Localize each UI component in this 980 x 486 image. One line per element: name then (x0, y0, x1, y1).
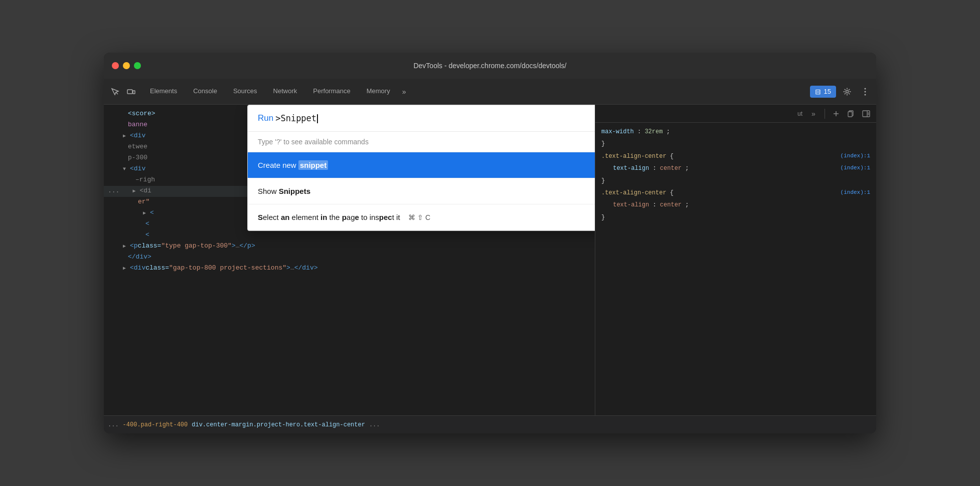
palette-item-show-snippets[interactable]: Show Snippets Sources (248, 178, 595, 204)
status-dots-right: ... (369, 421, 380, 428)
settings-icon[interactable] (840, 85, 854, 99)
status-dots-left: ... (108, 421, 119, 428)
css-rule-text-align-prop2: text-align : center ; (601, 200, 870, 210)
css-rule-text-align-center2: (index):1 .text-align-center { (601, 188, 870, 198)
right-toolbar-divider (825, 109, 825, 119)
devtools-window: DevTools - developer.chrome.com/docs/dev… (104, 53, 876, 433)
svg-line-0 (116, 92, 118, 94)
svg-point-3 (846, 90, 849, 93)
window-title: DevTools - developer.chrome.com/docs/dev… (413, 62, 566, 70)
toolbar-left-icons (108, 85, 138, 99)
toolbar-right: ⊟ 15 (810, 85, 872, 99)
title-bar: DevTools - developer.chrome.com/docs/dev… (104, 53, 876, 79)
css-rule-brace3: } (601, 212, 870, 222)
traffic-lights (112, 62, 141, 69)
palette-input[interactable]: >Snippet (275, 113, 318, 123)
code-line-div-gap: ▶ <div class= "gap-top-800 project-secti… (104, 263, 595, 274)
minimize-button[interactable] (123, 62, 130, 69)
close-button[interactable] (112, 62, 119, 69)
breadcrumb-item-2[interactable]: div.center-margin.project-hero.text-alig… (192, 421, 365, 428)
command-palette: Run >Snippet Type '?' to see available c… (247, 105, 595, 231)
issues-icon: ⊟ (815, 88, 821, 96)
svg-point-5 (865, 91, 866, 92)
tab-network[interactable]: Network (265, 79, 305, 105)
code-line-p: ▶ <p class= "type gap-top-300" > … </p> (104, 241, 595, 252)
code-line-div-close: </div> (104, 252, 595, 263)
css-rule-maxwidth: max-width : 32rem ; (601, 127, 870, 137)
palette-input-row: Run >Snippet (248, 105, 595, 132)
tab-console[interactable]: Console (185, 79, 225, 105)
tabs: Elements Console Sources Network Perform… (142, 79, 410, 105)
more-options-icon[interactable] (858, 85, 872, 99)
css-source-index: (index):1 (841, 163, 870, 173)
svg-rect-1 (127, 90, 132, 94)
breadcrumb-item-1[interactable]: -400.pad-right-400 (123, 421, 188, 428)
palette-run-label: Run (258, 113, 273, 123)
maximize-button[interactable] (134, 62, 141, 69)
css-rule-text-align-prop: text-align : center ; (index):1 (601, 163, 870, 173)
device-toggle-icon[interactable] (124, 85, 138, 99)
svg-point-6 (865, 94, 866, 95)
right-toolbar-more-icon[interactable]: » (807, 108, 820, 120)
css-rule-brace2: } (601, 176, 870, 186)
right-panel: ut » (595, 105, 876, 415)
tab-memory[interactable]: Memory (359, 79, 398, 105)
tab-performance[interactable]: Performance (305, 79, 358, 105)
palette-hint: Type '?' to see available commands (248, 132, 595, 152)
tab-sources[interactable]: Sources (225, 79, 265, 105)
palette-item-select-element[interactable]: Select an element in the page to inspect… (248, 204, 595, 230)
status-breadcrumb: -400.pad-right-400 div.center-margin.pro… (123, 421, 365, 428)
tab-elements[interactable]: Elements (142, 79, 185, 105)
css-content: max-width : 32rem ; } (index):1 .text-al… (595, 123, 876, 415)
right-panel-label: ut (797, 110, 802, 117)
right-toolbar: ut » (595, 105, 876, 123)
status-bar: ... -400.pad-right-400 div.center-margin… (104, 415, 876, 433)
palette-cursor (317, 114, 318, 123)
palette-item-label-select: Select an element in the page to inspect… (258, 213, 430, 221)
main-content: <score> banne ▶ <div etwee p-300 (104, 105, 876, 415)
more-tabs-button[interactable]: » (398, 79, 410, 105)
copy-style-icon[interactable] (845, 108, 857, 120)
css-rule-text-align-center: (index):1 .text-align-center { (601, 151, 870, 161)
svg-rect-2 (133, 91, 135, 94)
inspect-icon[interactable] (108, 85, 122, 99)
issues-badge-button[interactable]: ⊟ 15 (810, 86, 836, 98)
svg-point-4 (865, 88, 866, 89)
palette-item-label-create: Create new snippet (258, 161, 328, 169)
left-panel: <score> banne ▶ <div etwee p-300 (104, 105, 595, 415)
code-line: < (104, 230, 595, 241)
svg-rect-10 (848, 112, 852, 117)
toolbar: Elements Console Sources Network Perform… (104, 79, 876, 105)
toggle-sidebar-icon[interactable] (860, 108, 872, 120)
palette-item-label-show: Show Snippets (258, 187, 310, 195)
add-style-icon[interactable] (830, 108, 842, 120)
css-rule-brace1: } (601, 139, 870, 149)
palette-item-create-snippet[interactable]: Create new snippet Sources (248, 152, 595, 178)
